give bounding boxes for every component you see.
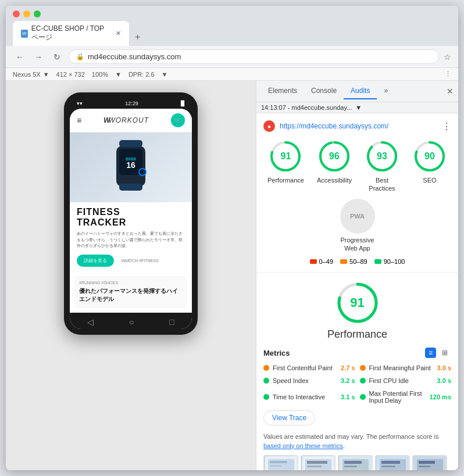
maximize-button[interactable]: [34, 10, 41, 17]
tab-favicon: W: [21, 30, 28, 38]
pwa-circle: PWA: [340, 199, 375, 234]
svg-rect-36: [419, 466, 430, 467]
metric-si-name: Speed Index: [273, 377, 337, 384]
lock-icon: 🔒: [76, 53, 84, 60]
thumbnail-3: [338, 455, 373, 470]
metric-mpfid-name: Max Potential First Input Delay: [369, 390, 426, 404]
hero-content: FITNESS TRACKER あのイーハトーヴォのすきとおった風、夏でも底に冷…: [70, 202, 192, 271]
metric-fci-dot: [360, 378, 366, 384]
wifi-icon: ▾▾: [77, 101, 83, 106]
svg-rect-28: [344, 466, 357, 467]
legend-good-dot: [374, 259, 381, 264]
scores-grid: 91 Performance 96: [263, 139, 451, 193]
metric-fmp-name: First Meaningful Paint: [369, 364, 434, 371]
score-circle-seo: 90: [412, 139, 447, 174]
devtools-body: ● https://md4eccube.sundaysys.com/ ⋮: [256, 113, 458, 470]
site-logo: WWORKOUT: [103, 116, 149, 124]
metric-tti-dot: [263, 394, 269, 400]
device-chevron-icon: ▼: [43, 71, 49, 78]
tabs-row: W EC-CUBE SHOP / TOPページ ✕ +: [13, 21, 451, 46]
new-tab-button[interactable]: +: [130, 28, 145, 46]
svg-rect-22: [305, 459, 331, 470]
svg-rect-34: [417, 459, 443, 470]
view-trace-button[interactable]: View Trace: [263, 410, 315, 425]
devtools-panel: Elements Console Audits » ✕ 14:13:07 - m…: [256, 81, 458, 470]
metrics-toggle: ≡ ⊞: [425, 348, 451, 358]
tab-console[interactable]: Console: [304, 83, 344, 99]
svg-rect-19: [270, 461, 287, 463]
lighthouse-overview: ● https://md4eccube.sundaysys.com/ ⋮: [256, 113, 458, 273]
perf-score-header: 91 Performance: [263, 280, 451, 341]
back-nav-icon: ◁: [87, 317, 94, 327]
thumbnail-4: [375, 455, 410, 470]
tab-more[interactable]: »: [377, 83, 395, 99]
metric-si-value: 3.2 s: [341, 377, 355, 384]
score-best-practices: 93 BestPractices: [365, 139, 399, 193]
metric-tti-name: Time to Interactive: [273, 393, 337, 400]
metric-fcp-name: First Contentful Paint: [273, 364, 337, 371]
hero-description: あのイーハトーヴォのすきとおった風、夏でも底に冷たさをもつ青いそら、うつくしい森…: [77, 231, 185, 249]
cart-button[interactable]: 🛒: [171, 113, 185, 127]
metrics-header: Metrics ≡ ⊞: [263, 348, 451, 358]
device-toolbar: Nexus 5X ▼ 412 × 732 100% ▼ DPR: 2.6 ▼ ⋮: [6, 68, 458, 81]
svg-rect-30: [380, 459, 406, 470]
score-circle-performance: 91: [268, 139, 303, 174]
metric-fci: First CPU Idle 3.0 s: [360, 375, 452, 386]
metric-mpfid-dot: [360, 394, 366, 400]
site-info: ● https://md4eccube.sundaysys.com/ ⋮: [263, 120, 451, 132]
score-circle-best-practices: 93: [365, 139, 399, 174]
hamburger-menu-icon[interactable]: ≡: [77, 116, 81, 125]
metrics-link[interactable]: based only on these metrics: [263, 442, 343, 449]
forward-button[interactable]: →: [31, 50, 45, 64]
product-tags: #RUNNING #SHOES: [79, 281, 183, 285]
product-image: 8888 16: [96, 134, 166, 201]
legend-row: 0–49 50–89 90–100: [263, 258, 451, 265]
perf-section-title: Performance: [327, 328, 387, 341]
home-nav-icon: ○: [129, 317, 134, 327]
zoom-level: 100%: [92, 71, 108, 78]
svg-rect-20: [270, 465, 281, 467]
svg-rect-26: [342, 459, 369, 470]
tab-audits[interactable]: Audits: [344, 83, 377, 99]
tab-close-icon[interactable]: ✕: [116, 30, 121, 37]
legend-good: 90–100: [374, 258, 405, 265]
device-selector[interactable]: Nexus 5X ▼: [13, 71, 49, 78]
refresh-button[interactable]: ↻: [50, 50, 64, 64]
site-more-icon[interactable]: ⋮: [442, 121, 451, 132]
accessibility-score-label: Accessibility: [317, 176, 352, 184]
hero-image: 8888 16: [70, 133, 192, 202]
zoom-chevron-icon: ▼: [115, 71, 122, 78]
address-bar[interactable]: 🔒 md4eccube.sundaysys.com: [69, 49, 439, 64]
accessibility-score-value: 96: [329, 151, 340, 162]
browser-tab-active[interactable]: W EC-CUBE SHOP / TOPページ ✕: [13, 21, 129, 46]
metric-mpfid-value: 120 ms: [430, 393, 451, 400]
performance-note: Values are estimated and may vary. The p…: [263, 432, 451, 450]
back-button[interactable]: ←: [13, 50, 27, 64]
thumbnail-strip: [263, 455, 451, 470]
hero-title: FITNESS TRACKER: [77, 207, 185, 227]
tab-elements[interactable]: Elements: [261, 83, 304, 99]
list-view-toggle[interactable]: ≡: [425, 348, 436, 358]
more-options-icon[interactable]: ⋮: [445, 70, 451, 78]
recents-nav-icon: □: [169, 317, 174, 327]
legend-poor-dot: [310, 259, 317, 264]
close-button[interactable]: [13, 10, 20, 17]
score-accessibility: 96 Accessibility: [317, 139, 352, 193]
pwa-score-label: ProgressiveWeb App: [340, 236, 374, 253]
browser-content: ▾▾ 12:29 ▉ ≡ WWORKOUT 🛒: [6, 81, 458, 470]
devtools-close-icon[interactable]: ✕: [447, 87, 454, 96]
metric-fcp-value: 2.7 s: [341, 364, 355, 371]
viewport-width: 412 × 732: [56, 71, 85, 78]
site-url: https://md4eccube.sundaysys.com/: [280, 122, 388, 130]
svg-rect-18: [268, 459, 294, 470]
bookmark-icon[interactable]: ☆: [444, 52, 451, 62]
legend-average-label: 50–89: [349, 258, 367, 265]
devtools-toolbar: 14:13:07 - md4eccube.sunday... ▼: [256, 102, 458, 113]
detail-button[interactable]: 詳細を見る: [77, 255, 114, 267]
grid-view-toggle[interactable]: ⊞: [438, 348, 451, 358]
phone-mockup: ▾▾ 12:29 ▉ ≡ WWORKOUT 🛒: [64, 92, 198, 335]
minimize-button[interactable]: [23, 10, 30, 17]
score-circle-accessibility: 96: [317, 139, 352, 174]
site-favicon-icon: ●: [263, 120, 275, 132]
metric-fcp-dot: [263, 365, 269, 371]
